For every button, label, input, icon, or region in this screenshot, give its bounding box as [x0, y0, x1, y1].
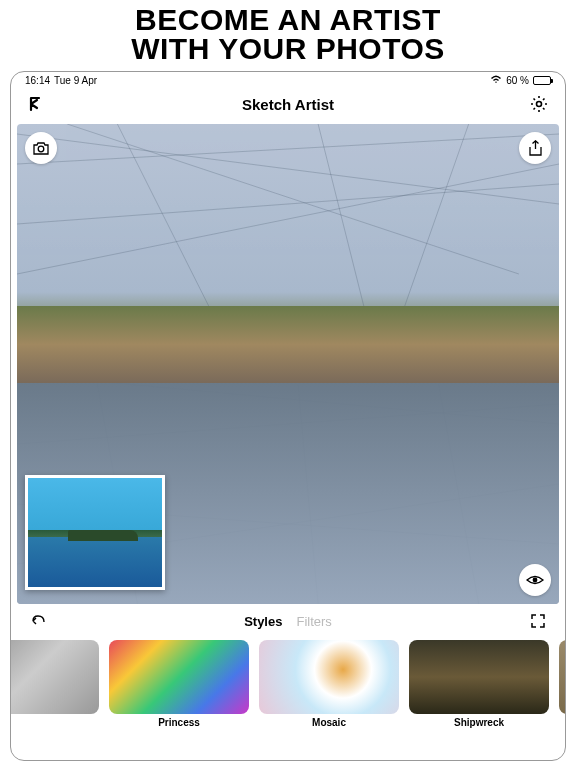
promo-line-2: WITH YOUR PHOTOS [0, 35, 576, 64]
svg-line-2 [17, 134, 559, 204]
status-bar: 16:14 Tue 9 Apr 60 % [11, 72, 565, 86]
undo-button[interactable] [27, 610, 49, 632]
svg-point-17 [533, 578, 538, 583]
style-card-mosaic[interactable]: Mosaic [259, 640, 399, 728]
canvas-area[interactable] [17, 124, 559, 604]
style-thumb[interactable] [559, 640, 565, 714]
style-label: Shipwreck [454, 717, 504, 728]
style-thumb[interactable] [409, 640, 549, 714]
tab-filters[interactable]: Filters [296, 614, 331, 629]
styles-scroller[interactable]: Princess Mosaic Shipwreck [11, 636, 565, 738]
tabs-row: Styles Filters [11, 604, 565, 636]
page-title: Sketch Artist [242, 96, 334, 113]
svg-line-5 [17, 164, 559, 274]
share-button[interactable] [519, 132, 551, 164]
original-photo-thumbnail[interactable] [25, 475, 165, 590]
expand-button[interactable] [527, 610, 549, 632]
style-thumb[interactable] [259, 640, 399, 714]
promo-line-1: BECOME AN ARTIST [0, 6, 576, 35]
svg-line-4 [17, 184, 559, 224]
back-button[interactable] [25, 92, 49, 116]
device-frame: 16:14 Tue 9 Apr 60 % Sketch Artist [10, 71, 566, 761]
svg-point-16 [38, 146, 44, 152]
svg-line-3 [67, 124, 519, 274]
battery-icon [533, 76, 551, 85]
status-date: Tue 9 Apr [54, 75, 97, 86]
tab-styles[interactable]: Styles [244, 614, 282, 629]
style-thumb[interactable] [109, 640, 249, 714]
preview-eye-button[interactable] [519, 564, 551, 596]
style-thumb[interactable] [11, 640, 99, 714]
style-card[interactable] [11, 640, 99, 717]
camera-button[interactable] [25, 132, 57, 164]
styles-filters-tabs: Styles Filters [49, 614, 527, 629]
nav-bar: Sketch Artist [11, 86, 565, 124]
svg-point-0 [536, 102, 541, 107]
stylized-cliffs [17, 306, 559, 383]
wifi-icon [490, 75, 502, 86]
style-card-shipwreck[interactable]: Shipwreck [409, 640, 549, 728]
style-label: Mosaic [312, 717, 346, 728]
style-label: Princess [158, 717, 200, 728]
battery-percent: 60 % [506, 75, 529, 86]
style-card[interactable] [559, 640, 565, 717]
settings-button[interactable] [527, 92, 551, 116]
status-time: 16:14 [25, 75, 50, 86]
svg-line-7 [318, 124, 368, 324]
promo-header: BECOME AN ARTIST WITH YOUR PHOTOS [0, 0, 576, 71]
svg-line-8 [398, 124, 468, 324]
svg-line-1 [17, 134, 559, 164]
style-card-princess[interactable]: Princess [109, 640, 249, 728]
